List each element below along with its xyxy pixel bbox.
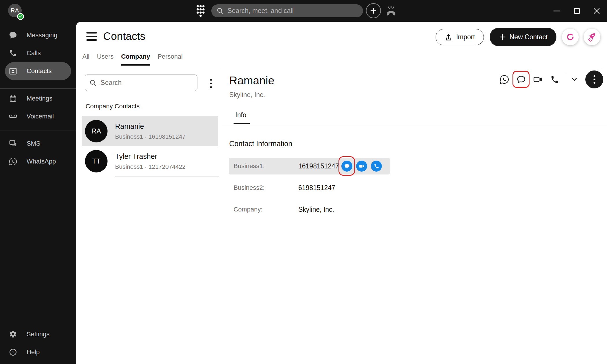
- field-label: Business2:: [234, 184, 298, 192]
- window-maximize-button[interactable]: [571, 6, 583, 16]
- content-panel: Contacts Import New Contact: [76, 22, 607, 364]
- search-icon: [216, 7, 224, 15]
- gear-icon: [9, 330, 17, 338]
- tab-users[interactable]: Users: [97, 53, 113, 66]
- whats-new-button[interactable]: [584, 29, 600, 45]
- sms-number-button-highlighted[interactable]: [341, 161, 352, 172]
- avatar: TT: [85, 150, 108, 172]
- sidebar-item-label: WhatsApp: [27, 158, 56, 165]
- contact-name: Tyler Trasher: [115, 152, 186, 161]
- new-contact-button[interactable]: New Contact: [490, 28, 556, 46]
- sidebar-item-label: Voicemail: [27, 113, 54, 120]
- chat-bubble-icon: [516, 75, 526, 84]
- phone-icon: [550, 75, 559, 84]
- help-icon: ?: [9, 348, 17, 356]
- sidebar-item-calls[interactable]: Calls: [0, 44, 76, 62]
- section-label: Company Contacts: [86, 103, 140, 110]
- refresh-button[interactable]: [562, 29, 579, 45]
- dialpad-icon: [196, 5, 205, 17]
- call-action-button[interactable]: [550, 75, 560, 84]
- global-search: [211, 4, 363, 17]
- sidebar-item-settings[interactable]: Settings: [0, 325, 76, 343]
- import-button[interactable]: Import: [436, 29, 484, 45]
- calendar-icon: [9, 94, 17, 103]
- field-label: Business1:: [234, 162, 298, 170]
- field-value: 16198151247: [298, 162, 339, 170]
- new-actions-button[interactable]: [366, 3, 381, 18]
- profile-avatar[interactable]: RA: [8, 4, 23, 18]
- contact-search-input[interactable]: [101, 79, 193, 87]
- sidebar: Messaging Calls Contacts: [0, 22, 76, 364]
- check-icon: [18, 14, 23, 18]
- kebab-icon: [593, 75, 596, 84]
- detail-more-options-button[interactable]: [585, 70, 603, 88]
- tab-info[interactable]: Info: [235, 111, 246, 119]
- call-park-button[interactable]: [384, 5, 398, 17]
- app-window: RA: [0, 0, 607, 364]
- plus-icon: [499, 33, 506, 41]
- tab-personal[interactable]: Personal: [158, 53, 183, 66]
- message-action-button-highlighted[interactable]: [516, 75, 526, 84]
- whatsapp-icon: [499, 75, 509, 84]
- contact-list-pane: Company Contacts RA Ramanie Business1 · …: [81, 67, 222, 364]
- action-divider: [565, 73, 565, 86]
- detail-contact-name: Ramanie: [229, 74, 274, 87]
- sidebar-item-voicemail[interactable]: Voicemail: [0, 107, 76, 125]
- field-row-business2: Business2: 6198151247: [229, 179, 390, 196]
- detail-divider: [222, 125, 607, 125]
- sidebar-item-label: Contacts: [27, 67, 52, 75]
- call-options-dropdown[interactable]: [570, 75, 578, 84]
- sidebar-item-meetings[interactable]: Meetings: [0, 90, 76, 107]
- contact-name: Ramanie: [115, 122, 186, 131]
- field-value: 6198151247: [298, 184, 335, 192]
- minimize-icon: [552, 7, 561, 15]
- contact-detail-pane: Ramanie Skyline, Inc.: [222, 67, 607, 364]
- field-actions: [341, 161, 382, 172]
- global-search-input[interactable]: [227, 7, 358, 15]
- sidebar-item-label: Meetings: [27, 95, 52, 102]
- refresh-icon: [566, 32, 575, 42]
- list-more-options-button[interactable]: [205, 78, 217, 89]
- contact-detail: Business1 · 16198151247: [115, 133, 186, 140]
- sidebar-item-sms[interactable]: SMS: [0, 135, 76, 153]
- contact-information-title: Contact Information: [229, 140, 292, 148]
- presence-available-badge: [17, 13, 24, 20]
- sidebar-item-contacts[interactable]: Contacts: [5, 62, 71, 80]
- import-button-label: Import: [456, 33, 475, 41]
- call-number-button[interactable]: [371, 161, 382, 172]
- video-number-button[interactable]: [356, 161, 367, 172]
- contact-row-ramanie[interactable]: RA Ramanie Business1 · 16198151247: [82, 116, 218, 146]
- menu-button[interactable]: [86, 32, 97, 41]
- sidebar-item-label: SMS: [27, 140, 40, 147]
- phone-icon: [9, 49, 17, 57]
- field-row-company: Company: Skyline, Inc.: [229, 201, 390, 218]
- tab-all[interactable]: All: [82, 53, 89, 66]
- video-action-button[interactable]: [533, 75, 543, 84]
- plus-icon: [370, 7, 377, 14]
- call-park-icon: [385, 5, 397, 17]
- maximize-icon: [573, 7, 581, 15]
- close-icon: [592, 7, 601, 15]
- new-contact-button-label: New Contact: [510, 33, 548, 41]
- video-camera-icon: [533, 75, 543, 84]
- contact-row-tyler-trasher[interactable]: TT Tyler Trasher Business1 · 12172074422: [82, 146, 218, 176]
- tab-company[interactable]: Company: [121, 53, 150, 66]
- row-divider: [115, 176, 219, 177]
- whatsapp-action-button[interactable]: [499, 75, 509, 84]
- sms-icon: [9, 139, 17, 148]
- window-minimize-button[interactable]: [551, 6, 562, 16]
- sidebar-item-messaging[interactable]: Messaging: [0, 26, 76, 44]
- window-close-button[interactable]: [591, 6, 602, 16]
- sidebar-item-label: Help: [27, 348, 40, 356]
- dialpad-button[interactable]: [195, 4, 206, 18]
- sidebar-divider: [0, 131, 76, 131]
- sidebar-item-label: Settings: [27, 330, 50, 338]
- field-row-business1: Business1: 16198151247: [229, 158, 390, 174]
- field-label: Company:: [234, 206, 298, 213]
- voicemail-icon: [9, 113, 17, 120]
- contact-information-fields: Business1: 16198151247: [229, 158, 390, 218]
- sidebar-item-help[interactable]: ? Help: [0, 343, 76, 361]
- rocket-icon: [587, 32, 597, 42]
- sidebar-item-whatsapp[interactable]: WhatsApp: [0, 153, 76, 170]
- contact-search: [85, 75, 197, 91]
